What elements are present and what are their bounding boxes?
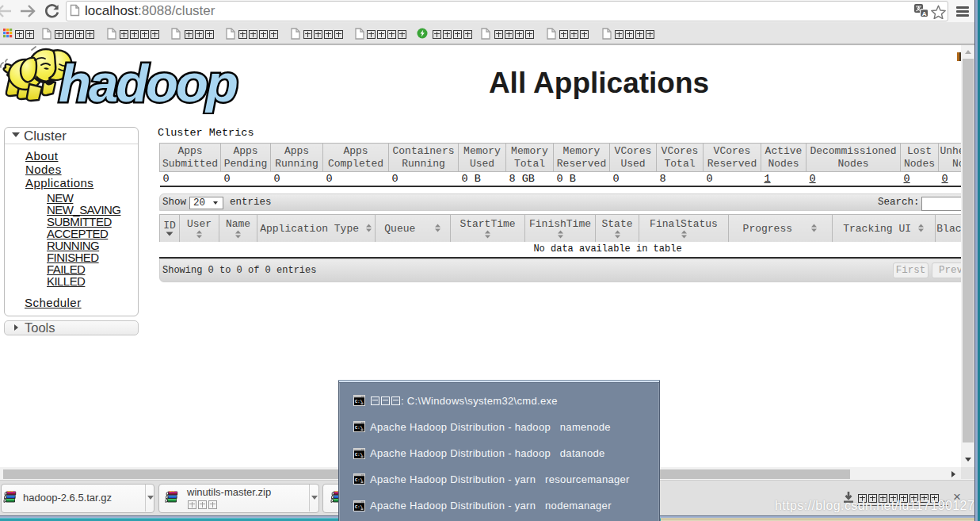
svg-text:C:\: C:\	[355, 477, 364, 483]
svg-text:C:\: C:\	[355, 399, 364, 404]
svg-text:C:\: C:\	[355, 451, 364, 457]
svg-text:hadoop: hadoop	[59, 53, 237, 113]
svg-text:C:\: C:\	[355, 425, 364, 431]
svg-text:C:\: C:\	[355, 504, 364, 509]
svg-text:A: A	[922, 10, 927, 17]
